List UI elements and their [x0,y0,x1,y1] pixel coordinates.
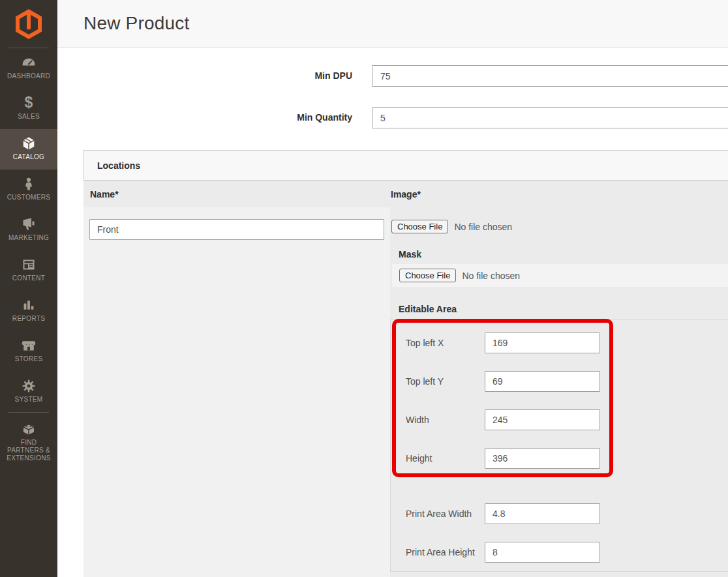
stores-icon [21,336,37,354]
location-image-cell: Choose File No file chosen Mask Choose F… [390,207,728,577]
sidebar-nav: DASHBOARD $ SALES CATALOG CUSTOMERS [0,48,57,457]
image-choose-file-button[interactable]: Choose File [391,220,448,233]
min-quantity-input[interactable] [372,107,728,128]
sidebar-item-label: CATALOG [2,153,55,161]
width-label: Width [406,415,485,425]
location-row: Choose File No file chosen Mask Choose F… [83,207,728,577]
sidebar-item-content[interactable]: CONTENT [0,250,57,291]
height-input[interactable] [485,448,600,469]
system-icon [21,377,37,394]
mask-file-row: Choose File No file chosen [399,269,520,282]
magento-logo[interactable] [0,0,57,48]
page-title: New Product [57,0,728,34]
image-file-row: Choose File No file chosen [391,220,512,233]
width-row: Width [406,409,600,430]
sidebar-item-reports[interactable]: REPORTS [0,291,57,331]
sidebar-item-stores[interactable]: STORES [0,331,57,372]
mask-file-status: No file chosen [462,271,520,281]
print-area-width-label: Print Area Width [406,509,485,519]
sidebar-item-label: MARKETING [2,234,55,242]
height-row: Height [406,448,600,469]
image-column-header: Image* [391,189,421,200]
sidebar-item-label: CUSTOMERS [2,194,55,201]
sidebar-item-label: CONTENT [2,274,55,282]
sales-icon: $ [25,94,33,111]
print-area-width-row: Print Area Width [406,503,600,524]
dashboard-icon [21,53,37,71]
sidebar-item-label: SALES [2,113,55,121]
customers-icon [21,175,37,192]
print-area-height-row: Print Area Height [406,542,600,563]
sidebar-item-label: REPORTS [2,315,55,323]
location-name-input[interactable] [89,219,384,240]
locations-column-headers: Name* Image* [83,181,728,207]
catalog-icon [21,134,37,152]
sidebar-item-find-partners-extensions[interactable]: FIND PARTNERS & EXTENSIONS [0,417,57,457]
location-name-cell [83,207,390,577]
print-area-height-label: Print Area Height [406,547,485,557]
min-dpu-input[interactable] [372,65,728,87]
print-area-width-input[interactable] [485,503,600,524]
sidebar-item-system[interactable]: SYSTEM [0,372,57,412]
locations-title: Locations [84,160,140,171]
top-left-y-label: Top left Y [406,376,485,387]
extensions-icon [21,422,37,437]
marketing-icon [21,215,37,233]
top-left-x-label: Top left X [406,338,485,348]
sidebar-item-sales[interactable]: $ SALES [0,89,57,129]
width-input[interactable] [485,409,600,430]
sidebar-item-dashboard[interactable]: DASHBOARD [0,48,57,89]
sidebar-divider [8,412,49,413]
sidebar-item-catalog[interactable]: CATALOG [0,129,57,170]
sidebar-item-label: DASHBOARD [2,72,55,80]
sidebar-item-label: FIND PARTNERS & EXTENSIONS [2,439,55,462]
top-left-x-row: Top left X [406,333,600,353]
editable-area-label: Editable Area [399,304,457,314]
top-left-y-input[interactable] [485,371,600,392]
reports-icon [21,296,37,314]
min-quantity-label: Min Quantity [57,112,352,123]
mask-label: Mask [399,249,421,259]
content-icon [21,256,37,273]
height-label: Height [406,453,485,464]
main-content: New Product Min DPU Min Quantity Locatio… [57,0,728,577]
locations-panel: Locations Name* Image* Choose File No fi… [83,150,728,577]
print-area-height-input[interactable] [485,542,600,563]
mask-choose-file-button[interactable]: Choose File [399,269,456,282]
editable-area-fieldset [390,319,728,572]
magento-logo-icon [16,9,42,39]
page-header: New Product [57,0,728,48]
sidebar-item-marketing[interactable]: MARKETING [0,210,57,250]
image-file-status: No file chosen [454,222,512,232]
sidebar: DASHBOARD $ SALES CATALOG CUSTOMERS [0,0,57,577]
top-left-y-row: Top left Y [406,371,600,392]
locations-header: Locations [83,150,728,181]
magento-admin-page: DASHBOARD $ SALES CATALOG CUSTOMERS [0,0,728,577]
name-column-header: Name* [90,189,119,200]
min-dpu-label: Min DPU [57,70,352,81]
top-left-x-input[interactable] [485,333,600,353]
sidebar-item-label: STORES [2,355,55,363]
sidebar-item-label: SYSTEM [2,396,55,404]
sidebar-item-customers[interactable]: CUSTOMERS [0,170,57,210]
